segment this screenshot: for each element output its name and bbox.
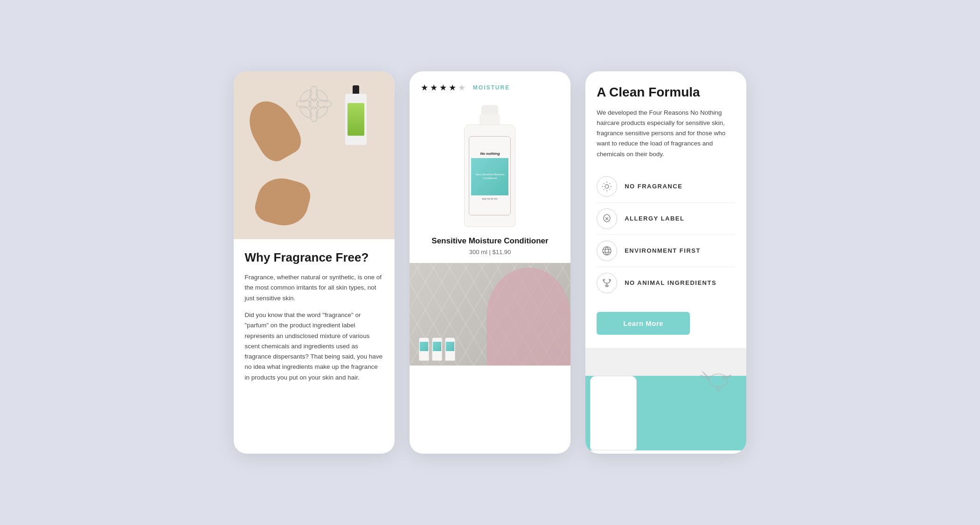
bottle-label xyxy=(348,103,364,136)
svg-point-1 xyxy=(310,86,318,101)
screens-container: Why Fragrance Free? Fragrance, whether n… xyxy=(234,71,747,454)
product-image-area: No nothing Very Sensitive Moisture Condi… xyxy=(410,100,570,236)
feature-allergy-label: ALLERGY LABEL xyxy=(597,203,735,235)
product-neck xyxy=(480,114,500,124)
svg-point-0 xyxy=(309,99,319,109)
svg-point-7 xyxy=(314,88,330,104)
hand-bottom-visual xyxy=(251,173,313,231)
product-label-color: Very Sensitive Moisture Conditioner xyxy=(471,158,508,195)
svg-point-6 xyxy=(314,104,330,120)
svg-point-9 xyxy=(605,185,609,188)
svg-point-4 xyxy=(317,100,332,108)
card3-bottom-decoration xyxy=(585,348,746,450)
svg-point-3 xyxy=(296,100,311,108)
star-2: ★ xyxy=(430,83,438,93)
product-cap xyxy=(481,105,498,114)
product-name: Sensitive Moisture Conditioner xyxy=(410,236,570,246)
card-fragrance-free: Why Fragrance Free? Fragrance, whether n… xyxy=(234,71,395,454)
allergy-label-text: ALLERGY LABEL xyxy=(625,215,684,222)
card1-image xyxy=(234,71,395,239)
allergy-label-icon-circle xyxy=(597,208,617,229)
svg-point-2 xyxy=(310,107,318,122)
clean-formula-title: A Clean Formula xyxy=(597,84,735,100)
fragrance-free-para2: Did you know that the word "fragrance" o… xyxy=(245,310,383,383)
feature-environment: ENVIRONMENT FIRST xyxy=(597,235,735,267)
svg-point-10 xyxy=(603,247,611,255)
card-product: ★ ★ ★ ★ ★ MOISTURE No nothing Very Sensi… xyxy=(410,71,570,454)
allergy-label-icon xyxy=(601,213,612,224)
category-badge: MOISTURE xyxy=(473,84,510,91)
mini-bottle-3 xyxy=(445,338,455,361)
flower-decoration-icon xyxy=(291,81,337,127)
card1-content: Why Fragrance Free? Fragrance, whether n… xyxy=(234,239,395,404)
product-label-sub: Very Sensitive Moisture Conditioner xyxy=(471,171,508,182)
no-animal-icon xyxy=(601,277,612,289)
product-body: No nothing Very Sensitive Moisture Condi… xyxy=(464,124,515,227)
mini-bottle-2 xyxy=(432,338,442,361)
feature-no-animal: NO ANIMAL INGREDIENTS xyxy=(597,267,735,299)
star-4: ★ xyxy=(449,83,456,93)
environment-icon-circle xyxy=(597,241,617,261)
product-price: $11.90 xyxy=(492,249,511,256)
product-bottle: No nothing Very Sensitive Moisture Condi… xyxy=(457,105,522,227)
fragrance-free-para1: Fragrance, whether natural or synthetic,… xyxy=(245,272,383,304)
fragrance-free-title: Why Fragrance Free? xyxy=(245,250,383,265)
star-3: ★ xyxy=(439,83,447,93)
product-bottom-body xyxy=(590,376,637,450)
rating-stars: ★ ★ ★ ★ ★ xyxy=(421,83,466,93)
mini-bottles-display xyxy=(419,338,455,361)
bathroom-photo xyxy=(410,263,570,366)
no-animal-icon-circle xyxy=(597,273,617,293)
feature-no-fragrance: NO FRAGRANCE xyxy=(597,171,735,203)
star-5: ★ xyxy=(458,83,466,93)
card3-content: A Clean Formula We developed the Four Re… xyxy=(585,71,746,348)
no-fragrance-label: NO FRAGRANCE xyxy=(625,183,682,190)
product-bottom-partial xyxy=(585,366,646,450)
no-fragrance-icon-circle xyxy=(597,176,617,197)
bottle-body xyxy=(345,94,367,145)
bottle-cap xyxy=(353,85,359,94)
svg-point-13 xyxy=(723,376,725,379)
mini-bottle-1 xyxy=(419,338,429,361)
card2-header: ★ ★ ★ ★ ★ MOISTURE xyxy=(410,71,570,100)
star-1: ★ xyxy=(421,83,428,93)
environment-icon xyxy=(601,245,612,256)
product-label: No nothing Very Sensitive Moisture Condi… xyxy=(469,136,511,215)
bathroom-scene xyxy=(410,263,570,366)
no-animal-label: NO ANIMAL INGREDIENTS xyxy=(625,279,716,286)
product-meta: 300 ml | $11.90 xyxy=(410,246,570,263)
card-clean-formula: A Clean Formula We developed the Four Re… xyxy=(585,71,746,454)
product-label-extra: say no to mr. xyxy=(482,197,498,200)
feature-list: NO FRAGRANCE ALLERGY LABEL xyxy=(597,171,735,299)
bird-decoration-icon xyxy=(700,362,737,394)
person-silhouette xyxy=(487,268,570,366)
no-fragrance-icon xyxy=(601,181,612,192)
svg-point-5 xyxy=(298,88,314,104)
product-volume: 300 ml xyxy=(469,249,487,256)
clean-formula-description: We developed the Four Reasons No Nothing… xyxy=(597,108,735,159)
svg-point-12 xyxy=(709,374,728,387)
product-label-brand: No nothing xyxy=(480,152,500,156)
environment-label: ENVIRONMENT FIRST xyxy=(625,247,701,254)
bottle-visual xyxy=(345,85,367,145)
svg-point-8 xyxy=(298,104,314,120)
learn-more-button[interactable]: Learn More xyxy=(597,312,690,335)
